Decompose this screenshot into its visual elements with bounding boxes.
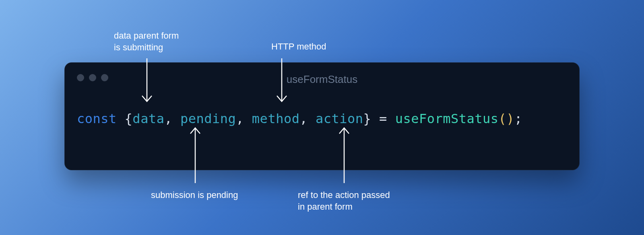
code-comma: ,	[164, 111, 180, 126]
code-paren-close: )	[506, 111, 514, 126]
annotation-pending: submission is pending	[151, 190, 256, 201]
code-prop-action: action	[316, 111, 363, 126]
code-comma: ,	[299, 111, 316, 126]
code-window: useFormStatus const {data, pending, meth…	[64, 62, 580, 170]
code-keyword: const	[77, 111, 117, 126]
window-title: useFormStatus	[65, 73, 579, 86]
code-comma: ,	[236, 111, 252, 126]
code-semicolon: ;	[514, 111, 522, 126]
code-equals: =	[371, 111, 395, 126]
code-line: const {data, pending, method, action} = …	[77, 111, 522, 126]
code-paren-open: (	[499, 111, 507, 126]
code-prop-data: data	[132, 111, 164, 126]
annotation-data: data parent formis submitting	[114, 30, 202, 53]
code-prop-pending: pending	[180, 111, 236, 126]
code-prop-method: method	[252, 111, 300, 126]
annotation-action: ref to the action passedin parent form	[298, 190, 419, 212]
code-call: useFormStatus	[395, 111, 499, 126]
code-brace-close: }	[363, 111, 372, 126]
code-brace-open: {	[117, 111, 133, 126]
annotation-method: HTTP method	[271, 41, 352, 53]
